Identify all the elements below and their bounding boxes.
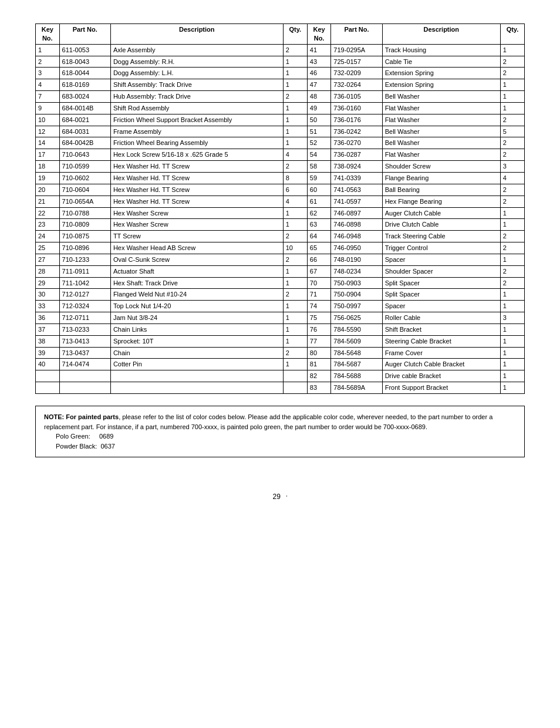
left-desc-cell (110, 382, 283, 394)
left-desc-cell: Jam Nut 3/8-24 (110, 312, 283, 324)
right-qty-cell: 2 (500, 265, 524, 277)
right-desc-cell: Shoulder Spacer (382, 265, 500, 277)
right-part-cell: 719-0295A (331, 44, 382, 56)
left-desc-cell: Axle Assembly (110, 44, 283, 56)
left-desc-cell: Hex Washer Hd. TT Screw (110, 161, 283, 173)
right-desc-cell: Bell Washer (382, 137, 500, 149)
polo-green: Polo Green: 0689 (56, 432, 516, 441)
right-part-cell: 732-0209 (331, 68, 382, 79)
right-key-cell: 71 (307, 289, 331, 301)
right-desc-cell: Shoulder Screw (382, 161, 500, 173)
left-qty-cell (283, 370, 307, 382)
left-qty-cell: 1 (283, 323, 307, 335)
right-qty-cell: 2 (500, 114, 524, 126)
left-qty-cell: 1 (283, 114, 307, 126)
right-key-cell: 75 (307, 312, 331, 324)
right-desc-cell: Drive cable Bracket (382, 370, 500, 382)
left-key-cell: 36 (36, 312, 60, 324)
right-qty-cell: 2 (500, 184, 524, 196)
right-part-cell: 750-0997 (331, 301, 382, 312)
right-desc-cell: Bell Washer (382, 126, 500, 137)
left-key-cell: 40 (36, 359, 60, 370)
right-desc-cell: Flange Bearing (382, 172, 500, 184)
left-qty-cell: 2 (283, 44, 307, 56)
left-qty-cell: 1 (283, 102, 307, 114)
note-box: NOTE: For painted parts, please refer to… (35, 406, 525, 457)
right-key-cell: 81 (307, 359, 331, 370)
left-part-cell: 710-1233 (59, 254, 110, 265)
note-prefix: NOTE: For painted parts, please refer to… (44, 413, 492, 430)
right-desc-cell: Steering Cable Bracket (382, 335, 500, 347)
left-key-cell: 29 (36, 277, 60, 289)
left-part-cell: 684-0042B (59, 137, 110, 149)
left-part-cell: 712-0127 (59, 289, 110, 301)
right-part-cell: 784-5648 (331, 347, 382, 359)
left-qty-cell: 2 (283, 91, 307, 103)
left-qty-cell: 2 (283, 289, 307, 301)
right-part-cell: 784-5689A (331, 382, 382, 394)
right-key-cell: 46 (307, 68, 331, 79)
left-desc-cell: Oval C-Sunk Screw (110, 254, 283, 265)
right-key-cell: 74 (307, 301, 331, 312)
right-qty-cell: 1 (500, 44, 524, 56)
right-part-cell: 746-0950 (331, 242, 382, 254)
right-key-cell: 82 (307, 370, 331, 382)
right-desc-cell: Extension Spring (382, 79, 500, 91)
right-qty-cell: 2 (500, 149, 524, 161)
left-part-cell: 710-0643 (59, 149, 110, 161)
left-key-header: KeyNo. (36, 24, 60, 45)
left-desc-cell: Frame Assembly (110, 126, 283, 137)
left-qty-cell: 1 (283, 219, 307, 231)
left-desc-cell: Hex Washer Hd. TT Screw (110, 184, 283, 196)
right-desc-cell: Track Housing (382, 44, 500, 56)
right-part-cell: 736-0287 (331, 149, 382, 161)
page-container: KeyNo. Part No. Description Qty. KeyNo. … (35, 23, 525, 501)
left-part-cell: 618-0043 (59, 56, 110, 68)
right-qty-cell: 2 (500, 56, 524, 68)
right-desc-cell: Bell Washer (382, 91, 500, 103)
right-key-cell: 83 (307, 382, 331, 394)
right-desc-header: Description (382, 24, 500, 45)
left-qty-cell: 1 (283, 359, 307, 370)
right-qty-cell: 2 (500, 231, 524, 242)
left-key-cell: 10 (36, 114, 60, 126)
left-part-cell: 713-0233 (59, 323, 110, 335)
right-qty-cell: 1 (500, 347, 524, 359)
left-part-cell (59, 382, 110, 394)
right-desc-cell: Flat Washer (382, 149, 500, 161)
right-part-cell: 784-5590 (331, 323, 382, 335)
right-desc-cell: Spacer (382, 254, 500, 265)
left-desc-cell: Hex Washer Head AB Screw (110, 242, 283, 254)
left-key-cell: 24 (36, 231, 60, 242)
left-qty-cell: 1 (283, 335, 307, 347)
left-part-cell: 714-0474 (59, 359, 110, 370)
right-part-cell: 741-0339 (331, 172, 382, 184)
left-qty-cell: 2 (283, 347, 307, 359)
left-key-cell: 23 (36, 219, 60, 231)
left-part-cell: 710-0896 (59, 242, 110, 254)
right-part-cell: 746-0897 (331, 207, 382, 219)
right-key-cell: 52 (307, 137, 331, 149)
right-qty-cell: 1 (500, 382, 524, 394)
right-qty-cell: 1 (500, 207, 524, 219)
left-qty-cell: 2 (283, 161, 307, 173)
right-desc-cell: Cable Tie (382, 56, 500, 68)
left-key-cell: 27 (36, 254, 60, 265)
left-qty-cell: 1 (283, 301, 307, 312)
right-qty-cell: 3 (500, 161, 524, 173)
left-desc-cell: TT Screw (110, 231, 283, 242)
left-qty-cell: 10 (283, 242, 307, 254)
left-desc-cell: Cotter Pin (110, 359, 283, 370)
right-key-cell: 43 (307, 56, 331, 68)
right-desc-cell: Trigger Control (382, 242, 500, 254)
left-desc-cell: Hex Shaft: Track Drive (110, 277, 283, 289)
left-desc-cell: Dogg Assembly: R.H. (110, 56, 283, 68)
right-qty-cell: 4 (500, 172, 524, 184)
right-key-cell: 61 (307, 196, 331, 207)
left-key-cell: 37 (36, 323, 60, 335)
right-qty-cell: 1 (500, 359, 524, 370)
left-desc-cell: Chain Links (110, 323, 283, 335)
right-key-cell: 63 (307, 219, 331, 231)
right-desc-cell: Auger Clutch Cable Bracket (382, 359, 500, 370)
right-qty-cell: 1 (500, 79, 524, 91)
